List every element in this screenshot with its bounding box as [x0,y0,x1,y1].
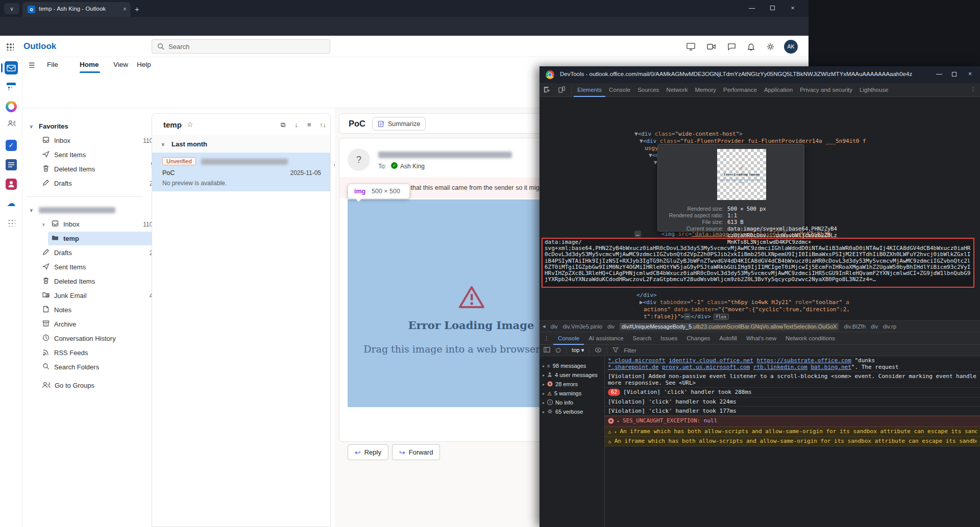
rail-item-calendar[interactable] [5,81,18,94]
devtools-tab-lighthouse[interactable]: Lighthouse [856,83,892,97]
expand-arrow-icon[interactable]: ▸ [543,400,545,405]
folder-fav-deleted-items[interactable]: Deleted Items [39,162,159,176]
console-link[interactable]: *.cloud.microsoft [608,357,666,364]
console-row-links[interactable]: *.cloud.microsoft identity.cloud.office.… [605,356,980,372]
go-to-groups[interactable]: Go to Groups [39,379,159,392]
chevron-icon[interactable]: ∨ [42,222,47,227]
devtools-minimize-button[interactable]: — [936,70,942,78]
clear-console-icon[interactable]: ∅ [555,346,561,354]
favorites-header[interactable]: ∨Favorites [27,119,147,133]
breadcrumb-item[interactable]: div.BIZfh [844,323,866,330]
devtools-tab-network[interactable]: Network [663,83,691,97]
search-input[interactable]: Search [152,39,330,54]
folder-search-folders[interactable]: Search Folders [39,360,159,374]
console-filter-warn[interactable]: ▸⚠5 warnings [540,389,604,398]
menu-file[interactable]: File [47,61,58,68]
drawer-tab-changes[interactable]: Changes [682,332,715,345]
inspect-element-icon[interactable] [543,86,551,94]
expand-arrow-icon[interactable]: ▸ [543,373,545,378]
rail-item-people[interactable] [5,119,18,133]
drawer-tab-console[interactable]: Console [553,332,584,345]
console-link[interactable]: identity.cloud.office.net [669,357,753,364]
account-header[interactable]: ∨ [27,203,147,217]
breadcrumb-item[interactable]: div [871,323,878,330]
devtools-maximize-button[interactable] [952,71,957,78]
browser-tab[interactable]: o temp - Ash King - Outlook × [22,2,131,17]
devtools-tab-performance[interactable]: Performance [720,83,761,97]
drawer-tab-network-conditions[interactable]: Network conditions [781,332,840,345]
console-row-vio[interactable]: [Violation] 'click' handler took 224ms [605,397,980,407]
filter-icon[interactable]: ≡ [307,121,311,129]
email-list-item[interactable]: Unverified PoC 2025-11-05 No preview is … [152,153,330,191]
folder-fav-inbox[interactable]: Inbox1106 [39,134,159,147]
devtools-tab-elements[interactable]: Elements [574,83,605,97]
dom-tree-line[interactable]: </div> [636,292,657,298]
console-row-warn[interactable]: ⚠An iframe which has both allow-scripts … [605,437,980,446]
live-expression-eye-icon[interactable] [595,347,602,354]
expand-arrow-icon[interactable]: ▸ [543,364,545,368]
menu-view[interactable]: View [113,61,128,68]
expand-arrow-icon[interactable]: ▸ [615,430,617,434]
console-filter-user[interactable]: ▸4 user messages [540,370,604,380]
chevron-icon[interactable]: ∨ [30,208,35,213]
drawer-menu-icon[interactable]: ⋮ [544,335,549,342]
folder-sent-items[interactable]: Sent Items [39,260,159,274]
folder-fav-sent-items[interactable]: Sent Items [39,148,159,162]
nav-hamburger-icon[interactable]: ☰ [29,61,35,69]
console-row-err[interactable]: ▸SES_UNCAUGHT_EXCEPTION: null [605,416,980,427]
devtools-tab-sources[interactable]: Sources [634,83,663,97]
recipient-name[interactable]: Ash King [400,163,425,170]
console-link[interactable]: *.sharepoint.de [608,364,658,370]
drawer-tab-ai-assistance[interactable]: AI assistance [584,332,628,345]
menu-home[interactable]: Home [80,61,99,68]
breadcrumb-item[interactable]: div [607,323,615,330]
drawer-tab-autofill[interactable]: Autofill [715,332,742,345]
devtools-tab-console[interactable]: Console [605,83,634,97]
sort-down-icon[interactable]: ↓ [295,121,298,129]
drawer-tab-what-s-new[interactable]: What's new [742,332,781,345]
tab-search-icon[interactable]: ∨ [4,3,19,14]
execution-context-selector[interactable]: top ▾ [572,347,584,354]
console-row-vio[interactable]: [Violation] 'click' handler took 177ms [605,407,980,416]
console-link[interactable]: https://substrate.office.com [756,357,851,364]
console-row-warn[interactable]: ⚠▸An iframe which has both allow-scripts… [605,427,980,437]
breadcrumb-item[interactable]: div.Vm3e5.pinlo [563,323,602,330]
rail-item-mail[interactable] [5,61,18,74]
dom-tree-line[interactable]: t":false}}">⋯</div>flex [644,313,729,320]
console-link[interactable]: bat.bing.net [811,364,851,370]
folder-inbox[interactable]: ∨Inbox1106 [39,217,159,231]
chat-icon[interactable] [727,42,737,54]
expand-arrow-icon[interactable]: ▸ [543,391,545,396]
devtools-tab-application[interactable]: Application [761,83,796,97]
outlook-brand[interactable]: Outlook [23,41,56,52]
presenter-icon[interactable] [686,42,696,54]
forward-button[interactable]: ↪Forward [392,444,440,460]
console-filter-input[interactable]: Filter [624,347,636,354]
folder-fav-drafts[interactable]: Drafts25 [39,177,159,190]
menu-help[interactable]: Help [137,61,151,68]
reply-button[interactable]: ↩Reply [348,444,388,460]
breadcrumb-selected[interactable]: div#UniqueMessageBody_5.ulb23.customScro… [620,323,839,330]
rail-item-copilot[interactable] [5,100,18,113]
dom-tree-line[interactable]: ▶<div tabindex="-1" class="th6py io4wk H… [640,299,849,306]
tab-close-icon[interactable]: × [123,6,127,13]
expand-arrow-icon[interactable]: ▸ [543,410,545,414]
expand-arrow-icon[interactable]: ▸ [543,382,545,387]
folder-deleted-items[interactable]: Deleted Items [39,274,159,288]
window-minimize-button[interactable]: — [744,5,760,12]
folder-junk-email[interactable]: Junk Email40 [39,289,159,303]
favorite-star-icon[interactable]: ☆ [187,120,193,129]
console-link[interactable]: proxy.uet.us.microsoft.com [662,364,750,370]
console-filter-verbose[interactable]: ▸65 verbose [540,407,604,416]
device-toolbar-icon[interactable] [558,86,566,94]
app-launcher-icon[interactable] [6,43,14,51]
expand-arrow-icon[interactable]: ▸ [617,419,620,423]
rail-item-todo[interactable]: ✓ [5,139,18,152]
devtools-tab-privacy-and-security[interactable]: Privacy and security [796,83,856,97]
group-header[interactable]: ∨Last month [152,137,330,152]
console-row-vio[interactable]: 62[Violation] 'click' handler took 288ms [605,388,980,397]
drawer-tab-search[interactable]: Search [628,332,656,345]
console-filter-error[interactable]: ▸28 errors [540,380,604,389]
chevron-icon[interactable]: ∨ [30,124,35,129]
console-row-plain[interactable]: [Violation] Added non-passive event list… [605,372,980,388]
